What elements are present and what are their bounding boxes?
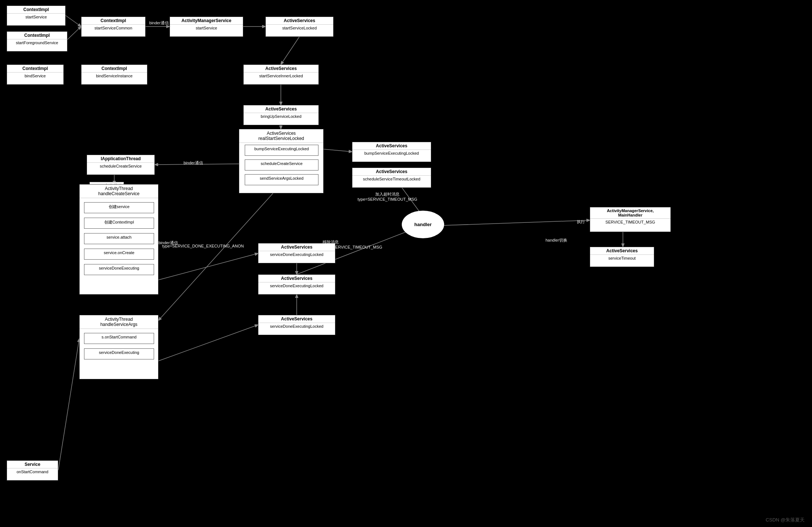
inner-s-onstartcommand: s.onStartCommand xyxy=(84,333,154,344)
box-as-startservicelocked: ActiveServices startServiceLocked xyxy=(265,17,334,37)
box-as-bringupservicelocked: ActiveServices bringUpServiceLocked xyxy=(243,105,319,125)
inner-service-oncreate: service.onCreate xyxy=(84,249,154,260)
box-as-startservicelocked-method: startServiceLocked xyxy=(266,25,333,31)
box-as-startserviceinnerlocked-title: ActiveServices xyxy=(244,65,318,73)
box-service-onstartcommand-method: onStartCommand xyxy=(7,468,58,475)
box-as-donelocked3: ActiveServices serviceDoneExecutingLocke… xyxy=(258,315,335,335)
box-as-schedule-timeout-right-title: ActiveServices xyxy=(352,168,431,176)
svg-line-1 xyxy=(66,27,81,41)
box-as-donelocked2-method: serviceDoneExecutingLocked xyxy=(258,282,335,289)
box-service-onstartcommand: Service onStartCommand xyxy=(7,460,58,481)
box-contextimpl-startservicecommon: ContextImpl startServiceCommon xyxy=(81,17,146,37)
box-as-donelocked2-title: ActiveServices xyxy=(258,275,335,282)
container-at-handlecreate-title: ActivityThread handleCreateService xyxy=(80,185,158,198)
diagram-container: ContextImpl startService ContextImpl sta… xyxy=(0,0,812,527)
box-as-servicetimeout-method: serviceTimeout xyxy=(590,255,654,261)
box-contextimpl-bindserviceinstance: ContextImpl bindServiceInstance xyxy=(81,64,147,85)
inner-create-contextimpl: 创建ContextImpl xyxy=(84,218,154,229)
label-binder1: binder通信 xyxy=(149,20,169,26)
box-contextimpl-startservice-title: ContextImpl xyxy=(7,6,65,14)
box-as-bump-right: ActiveServices bumpServiceExecutingLocke… xyxy=(352,142,431,162)
inner-service-attach: service.attach xyxy=(84,233,154,244)
box-as-bump-right-title: ActiveServices xyxy=(352,142,431,150)
container-at-handleserviceargs-title: ActivityThread handleServiceArgs xyxy=(80,315,158,329)
box-iat-schedulecreate-method: scheduleCreateService xyxy=(87,163,154,169)
box-as-bringupservicelocked-method: bringUpServiceLocked xyxy=(244,113,318,120)
inner-send: sendServiceArgsLocked xyxy=(245,174,318,185)
container-at-handlecreate: ActivityThread handleCreateService 创建ser… xyxy=(79,184,158,295)
box-as-schedule-timeout-right: ActiveServices scheduleServiceTimeoutLoc… xyxy=(352,168,431,188)
box-ams-mainhandler-title: ActivityManagerService,MainHandler xyxy=(590,207,670,219)
container-at-handleserviceargs: ActivityThread handleServiceArgs s.onSta… xyxy=(79,315,158,379)
label-exec: 执行 xyxy=(577,219,585,225)
label-add-timeout: 加入超时消息type=SERVICE_TIMEOUT_MSG xyxy=(358,192,417,201)
svg-line-13 xyxy=(158,253,258,280)
svg-line-4 xyxy=(281,37,299,64)
box-as-schedule-timeout-right-method: scheduleServiceTimeoutLocked xyxy=(352,176,431,182)
box-as-donelocked3-method: serviceDoneExecutingLocked xyxy=(258,323,335,330)
box-as-bringupservicelocked-title: ActiveServices xyxy=(244,105,318,113)
box-as-donelocked3-title: ActiveServices xyxy=(258,315,335,323)
box-ams-startservice-method: startService xyxy=(170,25,243,31)
inner-create-service: 创建service xyxy=(84,202,154,213)
box-ams-mainhandler: ActivityManagerService,MainHandler SERVI… xyxy=(590,207,671,232)
box-contextimpl-startservicecommon-method: startServiceCommon xyxy=(81,25,145,31)
box-contextimpl-startforegroundservice-title: ContextImpl xyxy=(7,32,67,39)
container-real-start-title: ActiveServices realStartServiceLocked xyxy=(239,129,323,143)
handler-ellipse: handler xyxy=(402,211,444,238)
box-as-servicetimeout-title: ActiveServices xyxy=(590,247,654,255)
box-iat-schedulecreate: IApplicationThread scheduleCreateService xyxy=(87,155,155,175)
svg-line-18 xyxy=(58,339,79,470)
box-contextimpl-startservice: ContextImpl startService xyxy=(7,6,66,26)
inner-at-servicedoneexec: serviceDoneExecuting xyxy=(84,348,154,359)
watermark: CSDN @朱落夏天 xyxy=(766,517,805,523)
inner-bump: bumpServiceExecutingLocked xyxy=(245,145,318,156)
box-contextimpl-bindservice-title: ContextImpl xyxy=(7,65,63,73)
inner-service-done-exec: serviceDoneExecuting xyxy=(84,264,154,275)
box-ams-mainhandler-method: SERVICE_TIMEOUT_MSG xyxy=(590,219,670,225)
box-as-donelocked2: ActiveServices serviceDoneExecutingLocke… xyxy=(258,274,335,295)
box-contextimpl-bindserviceinstance-title: ContextImpl xyxy=(81,65,147,73)
box-contextimpl-bindservice: ContextImpl bindService xyxy=(7,64,64,85)
box-contextimpl-startforegroundservice: ContextImpl startForegroundService xyxy=(7,31,67,52)
inner-schedule: scheduleCreateService xyxy=(245,159,318,171)
box-as-startservicelocked-title: ActiveServices xyxy=(266,17,333,25)
box-ams-startservice-title: ActivityManagerService xyxy=(170,17,243,25)
label-handler-switch2: handler切换 xyxy=(546,238,567,243)
label-remove-timeout: 移除消息type=SERVICE_TIMEOUT_MSG xyxy=(323,239,382,249)
box-as-donelocked1-method: serviceDoneExecutingLocked xyxy=(258,251,335,258)
svg-line-16 xyxy=(158,325,258,361)
svg-line-11 xyxy=(444,220,590,225)
label-binder3: binder通信 xyxy=(158,240,178,246)
box-contextimpl-startforegroundservice-method: startForegroundService xyxy=(7,39,67,46)
box-iat-schedulecreate-title: IApplicationThread xyxy=(87,155,154,163)
box-contextimpl-bindserviceinstance-method: bindServiceInstance xyxy=(81,73,147,79)
label-binder2: binder通信 xyxy=(184,160,203,166)
svg-line-7 xyxy=(324,149,352,152)
svg-line-0 xyxy=(66,15,81,27)
box-contextimpl-bindservice-method: bindService xyxy=(7,73,63,79)
box-as-startserviceinnerlocked: ActiveServices startServiceInnerLocked xyxy=(243,64,319,85)
box-ams-startservice: ActivityManagerService startService xyxy=(170,17,243,37)
box-as-servicetimeout: ActiveServices serviceTimeout xyxy=(590,247,654,267)
box-contextimpl-startservicecommon-title: ContextImpl xyxy=(81,17,145,25)
box-as-startserviceinnerlocked-method: startServiceInnerLocked xyxy=(244,73,318,79)
box-service-onstartcommand-title: Service xyxy=(7,461,58,468)
box-as-bump-right-method: bumpServiceExecutingLocked xyxy=(352,150,431,157)
box-contextimpl-startservice-method: startService xyxy=(7,14,65,20)
container-real-start: ActiveServices realStartServiceLocked bu… xyxy=(239,129,324,193)
